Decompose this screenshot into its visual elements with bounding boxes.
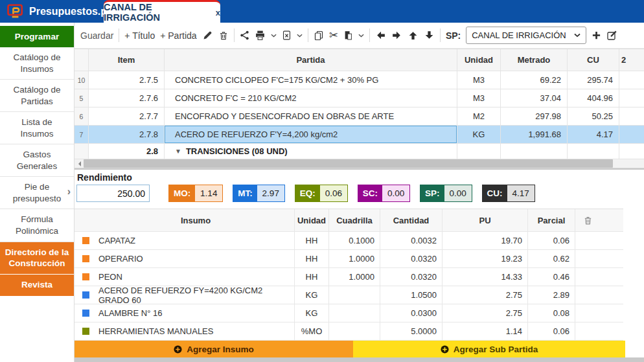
- sidebar-item-lista-de-insumos[interactable]: Lista de Insumos: [0, 112, 74, 144]
- plus-icon[interactable]: [592, 30, 601, 40]
- factor-badge-key: CU:: [483, 185, 507, 201]
- factor-badge-key: MT:: [233, 185, 257, 201]
- delete-cell[interactable]: [575, 322, 601, 340]
- pu-cell: 1.14: [443, 322, 528, 340]
- excel-export-icon[interactable]: [282, 30, 292, 41]
- app-logo[interactable]: Presupuestos.pe: [0, 4, 119, 19]
- pencil-icon[interactable]: [202, 30, 213, 41]
- cu-cell: 4.17: [568, 126, 619, 143]
- delete-cell[interactable]: [575, 268, 601, 286]
- edit-icon[interactable]: [606, 30, 617, 41]
- pu-cell: 19.23: [443, 250, 528, 267]
- insumo-type-color-icon: [82, 273, 89, 280]
- sidebar-item-gastos-generales[interactable]: Gastos Generales: [0, 144, 74, 177]
- sidebar-item-label: Fórmula Polinómica: [4, 214, 70, 236]
- sidebar: Programar Catálogo de Insumos Catálogo d…: [0, 23, 75, 362]
- insumo-row[interactable]: CAPATAZ HH 0.1000 0.0032 19.70 0.06: [75, 232, 623, 250]
- delete-cell[interactable]: [575, 286, 601, 304]
- trash-icon: [583, 216, 593, 225]
- insumo-row[interactable]: OPERARIO HH 1.0000 0.0320 19.23 0.62: [75, 250, 623, 268]
- sidebar-item-cat-logo-de-partidas[interactable]: Catálogo de Partidas: [0, 80, 74, 112]
- chevron-down-icon[interactable]: [271, 34, 277, 38]
- plus-circle-icon: [174, 345, 182, 354]
- scrollbar-thumb[interactable]: [84, 159, 613, 168]
- sidebar-item-label: Gastos Generales: [4, 149, 70, 172]
- sidebar-item-directorio-de-la-construcci-n[interactable]: Directorio de la Construcción: [0, 242, 74, 275]
- parcial-cell: 2.89: [528, 286, 575, 304]
- metrado-column-header: Metrado: [501, 49, 568, 71]
- factor-badge-value: 0.00: [444, 185, 472, 201]
- cantidad-cell: 0.0300: [380, 304, 443, 322]
- scroll-left-arrow-icon[interactable]: [75, 159, 84, 168]
- row-number-cell: 7: [75, 126, 89, 143]
- arrow-up-icon[interactable]: [408, 30, 419, 41]
- agregar-insumo-button[interactable]: Agregar Insumo: [75, 341, 353, 357]
- cuadrilla-cell: 1.0000: [329, 268, 380, 286]
- bottom-scrollbar[interactable]: [75, 357, 644, 362]
- partida-row[interactable]: 5 2.7.6 CONCRETO F'C = 210 KG/CM2 M3 37.…: [75, 89, 644, 107]
- chevron-right-icon: ›: [67, 185, 71, 199]
- brand-text: Presupuestos.pe: [29, 6, 113, 17]
- trash-icon[interactable]: [218, 30, 229, 41]
- cuadrilla-cell: 1.0000: [329, 250, 380, 267]
- parcial-header: Parcial: [528, 209, 575, 231]
- metrado-cell: 297.98: [501, 107, 568, 125]
- pu-cell: 14.33: [443, 268, 528, 286]
- delete-cell[interactable]: [575, 232, 601, 249]
- print-icon[interactable]: [255, 30, 266, 41]
- horizontal-scrollbar[interactable]: [75, 159, 644, 168]
- paste-icon[interactable]: [343, 30, 353, 41]
- share-icon[interactable]: [240, 30, 249, 40]
- row-number-header: [75, 49, 89, 71]
- subpresupuesto-select[interactable]: CANAL DE IRRIGACIÓN: [466, 27, 586, 44]
- insumo-row[interactable]: PEON HH 1.0000 0.0320 14.33 0.46: [75, 268, 623, 286]
- tab-canal-de-irrigacion[interactable]: CANAL DE IRRIGACIÓN x: [104, 0, 220, 23]
- copy-icon[interactable]: [314, 30, 324, 41]
- insumos-header-row: Insumo Unidad Cuadrilla Cantidad PU Parc…: [75, 209, 623, 232]
- partida-row[interactable]: 10 2.7.5 CONCRETO CICLOPEO F'C=175 KG/CM…: [75, 71, 644, 89]
- factor-badge-key: MO:: [169, 185, 195, 201]
- save-button[interactable]: Guardar: [80, 30, 113, 41]
- toolbar-divider: [440, 28, 441, 42]
- partida-row[interactable]: 2.8 ▼ TRANSICIONES (08 UND): [75, 144, 644, 159]
- delete-cell[interactable]: [575, 304, 601, 322]
- toolbar: Guardar + Título + Partida: [75, 23, 644, 49]
- chevron-down-icon[interactable]: [297, 34, 303, 38]
- collapse-triangle-icon[interactable]: ▼: [175, 148, 181, 155]
- partida-name: CONCRETO F'C = 210 KG/CM2: [175, 93, 297, 103]
- row-number-cell: 5: [75, 89, 89, 107]
- sidebar-item-revista[interactable]: Revista: [0, 275, 74, 297]
- partida-row[interactable]: 7 2.7.8 ACERO DE REFUERZO F'Y=4,200 kg/c…: [75, 126, 644, 144]
- factor-badge: EQ: 0.06: [295, 185, 348, 202]
- delete-cell[interactable]: [575, 250, 601, 267]
- add-partida-button[interactable]: + Partida: [160, 30, 196, 41]
- sidebar-item-pie-de-presupuesto[interactable]: Pie de presupuesto ›: [0, 177, 74, 209]
- sidebar-item-programar[interactable]: Programar: [0, 26, 74, 47]
- add-title-button[interactable]: + Título: [124, 30, 155, 41]
- factor-badge: CU: 4.17: [482, 185, 535, 202]
- insumo-type-cell: [75, 322, 97, 340]
- partida-row[interactable]: 6 2.7.7 ENCOFRADO Y DESENCOFRADO EN OBRA…: [75, 107, 644, 126]
- clipped-cell: [619, 71, 644, 89]
- insumo-type-cell: [75, 232, 97, 249]
- factor-badge-value: 1.14: [195, 185, 222, 201]
- item-cell: 2.7.7: [89, 107, 165, 125]
- factor-badge-key: SC:: [358, 185, 382, 201]
- insumo-row[interactable]: ACERO DE REFUERZO FY=4200 KG/CM2 GRADO 6…: [75, 286, 623, 304]
- partida-name-cell: CONCRETO F'C = 210 KG/CM2: [165, 89, 457, 107]
- insumo-name-cell: ALAMBRE N° 16: [97, 304, 295, 322]
- agregar-sub-partida-button[interactable]: Agregar Sub Partida: [353, 341, 625, 357]
- chevron-down-icon[interactable]: [358, 34, 364, 38]
- insumo-row[interactable]: HERRAMIENTAS MANUALES %MO 5.0000 1.14 0.…: [75, 322, 623, 341]
- sidebar-item-f-rmula-polin-mica[interactable]: Fórmula Polinómica: [0, 209, 74, 242]
- insumo-row[interactable]: ALAMBRE N° 16 KG 0.0300 2.75 0.08: [75, 304, 623, 322]
- rendimiento-input[interactable]: [76, 185, 150, 202]
- parcial-cell: 0.06: [528, 322, 575, 340]
- arrow-left-icon[interactable]: [375, 30, 386, 41]
- sidebar-item-cat-logo-de-insumos[interactable]: Catálogo de Insumos: [0, 47, 74, 80]
- agregar-insumo-label: Agregar Insumo: [187, 345, 254, 354]
- arrow-right-icon[interactable]: [391, 30, 402, 41]
- scissors-icon[interactable]: ✂: [329, 30, 338, 41]
- arrow-down-icon[interactable]: [424, 30, 435, 41]
- tab-close-icon[interactable]: x: [216, 8, 220, 17]
